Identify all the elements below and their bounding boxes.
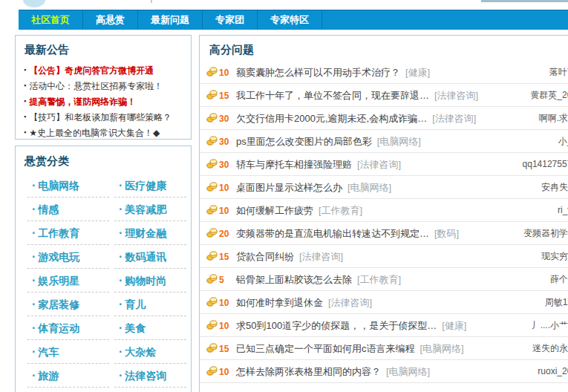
question-category-tag[interactable]: [工作教育] [319,205,362,216]
question-row: 30ps里面怎么改变图片的局部色彩[电脑网络]小_e [200,130,568,153]
question-category-tag[interactable]: [健康] [405,67,430,78]
question-link[interactable]: 轿车与摩托车相撞强险理赔 [236,159,352,170]
question-link[interactable]: 如何缓解工作疲劳 [236,205,313,216]
category-computer-network[interactable]: 电脑网络 [38,180,79,192]
question-username[interactable]: 安冉失笑 [541,176,568,198]
question-points: 10 [219,177,236,199]
nav-item-high-bounty[interactable]: 高悬赏 [83,10,138,30]
coins-icon [206,108,218,130]
category-item: ·医疗健康 [114,174,186,197]
question-points: 10 [219,292,236,314]
question-category-tag[interactable]: [工作教育] [357,274,401,285]
nav-item-community-home[interactable]: 社区首页 [19,10,83,30]
category-beauty-slimming[interactable]: 美容减肥 [125,203,166,215]
question-username[interactable]: qq141275574 [523,153,568,175]
question-username[interactable]: 薛个人 [550,268,568,290]
announcement-link[interactable]: 活动中心：悬赏社区招募专家啦！ [29,81,163,91]
question-username[interactable]: 周敏110 [545,291,568,313]
announcement-link[interactable]: 【技巧】和老板谈加薪有哪些策略？ [29,112,172,122]
questions-title: 高分问题 [209,43,568,56]
category-sports[interactable]: 体育运动 [38,322,79,334]
coins-icon [206,131,218,153]
coins-icon [206,315,218,337]
question-row: 10额窦囊肿怎么样可以不用动手术治疗？[健康]落叶72 [200,61,568,84]
category-misc[interactable]: 大杂烩 [125,346,156,358]
question-category-tag[interactable]: [电脑网络] [420,343,464,354]
category-cars[interactable]: 汽车 [38,346,59,358]
nav-item-expert-zone[interactable]: 专家特区 [258,10,322,30]
dot-icon: · [119,321,123,334]
dot-icon: · [119,274,123,287]
question-username[interactable]: ruoxi_201 [538,360,568,382]
question-username[interactable]: 迷失的永恒 [532,337,568,359]
categories-title: 悬赏分类 [25,154,191,168]
category-item: ·家居装修 [27,293,109,316]
announcement-link[interactable]: ★史上最全的电脑常识大集合！◆ [29,128,160,138]
category-item: ·电脑网络 [27,174,109,197]
category-item: ·美食 [114,316,186,340]
question-link[interactable]: 我工作十年了，单位不签合同，现在要辞退… [236,90,429,101]
dot-icon: · [32,274,36,287]
question-category-tag[interactable]: [电脑网络] [386,366,430,377]
category-games[interactable]: 游戏电玩 [38,251,79,263]
category-home-decor[interactable]: 家居装修 [38,298,79,310]
question-link[interactable]: 已知三点确定一个平面如何用c语言来编程 [236,343,415,354]
category-item: ·理财金融 [114,221,186,245]
question-category-tag[interactable]: [法律咨询] [328,297,372,308]
category-item: ·旅游 [27,364,109,388]
question-category-tag[interactable]: [法律咨询] [357,159,401,170]
nav-item-latest-questions[interactable]: 最新问题 [138,10,203,30]
question-username[interactable]: 落叶72 [549,61,568,83]
announcement-item: ▪【公告】奇虎问答官方微博开通 [24,62,191,77]
question-link[interactable]: 欠交行信用卡2000元,逾期未还,会构成诈骗… [236,113,427,124]
question-link[interactable]: 贷款合同纠纷 [236,251,294,262]
category-work-education[interactable]: 工作教育 [38,227,79,239]
question-username[interactable]: 黄群英_201 [530,84,568,106]
header-strip [481,0,568,2]
category-item: ·情感 [27,197,109,221]
dot-icon: · [32,298,36,310]
question-username[interactable]: 丿....小艹蓝 [532,314,568,336]
category-digital-telecom[interactable]: 数码通讯 [125,251,166,263]
category-food[interactable]: 美食 [125,322,146,334]
question-link[interactable]: 额窦囊肿怎么样可以不用动手术治疗？ [236,67,400,78]
coins-icon [206,85,218,107]
nav-item-expert-team[interactable]: 专家团 [203,10,258,30]
category-entertainment-stars[interactable]: 娱乐明星 [38,275,79,287]
question-link[interactable]: ps里面怎么改变图片的局部色彩 [236,136,372,147]
category-finance[interactable]: 理财金融 [125,227,166,239]
question-category-tag[interactable]: [健康] [442,320,466,331]
announcement-link[interactable]: 提高警惕，谨防网络诈骗！ [29,97,136,107]
announcements-list: ▪【公告】奇虎问答官方微博开通 ▪活动中心：悬赏社区招募专家啦！ ▪提高警惕，谨… [24,62,191,140]
category-emotion[interactable]: 情感 [38,203,59,215]
question-link[interactable]: 如何准时拿到退休金 [236,297,323,308]
coins-icon [206,246,218,268]
question-username[interactable]: 啊啊.求助 [539,107,568,129]
question-category-tag[interactable]: [法律咨询] [434,90,478,101]
question-username[interactable]: 变频器初学者 [523,222,568,244]
question-username[interactable]: ri_ve [558,199,568,221]
question-category-tag[interactable]: [法律咨询] [432,113,476,124]
question-link[interactable]: 怎样去除两张表格里相同的内容？ [236,366,381,377]
announcement-link[interactable]: 【公告】奇虎问答官方微博开通 [29,65,154,76]
question-row: 15已知三点确定一个平面如何用c语言来编程[电脑网络]迷失的永恒 [200,337,568,360]
question-category-tag[interactable]: [数码] [434,228,459,239]
category-travel[interactable]: 旅游 [38,370,59,382]
question-category-tag[interactable]: [电脑网络] [347,182,391,193]
question-link[interactable]: 求50到100道字少的侦探题，，是关于侦探型… [236,320,437,331]
question-link[interactable]: 桌面图片显示这样怎么办 [236,182,342,193]
question-link[interactable]: 变频器带的是直流电机输出转速达不到规定… [236,228,429,239]
category-shopping-fashion[interactable]: 购物时尚 [125,275,166,287]
bullet-icon: ▪ [24,113,26,120]
announcement-item: ▪提高警惕，谨防网络诈骗！ [24,93,191,108]
category-legal-advice[interactable]: 法律咨询 [125,370,166,382]
category-medical-health[interactable]: 医疗健康 [125,180,166,192]
category-parenting[interactable]: 育儿 [125,298,146,310]
question-row: 20变频器带的是直流电机输出转速达不到规定…[数码]变频器初学者 [200,222,568,245]
question-row: 15贷款合同纠纷[法律咨询]现实穷人 [200,245,568,268]
question-username[interactable]: 小_e [558,130,568,152]
question-username[interactable]: 现实穷人 [541,245,568,267]
question-category-tag[interactable]: [电脑网络] [377,136,421,147]
question-link[interactable]: 铝骨架上面粘胶该怎么去除 [236,274,352,285]
question-category-tag[interactable]: [法律咨询] [299,251,343,262]
